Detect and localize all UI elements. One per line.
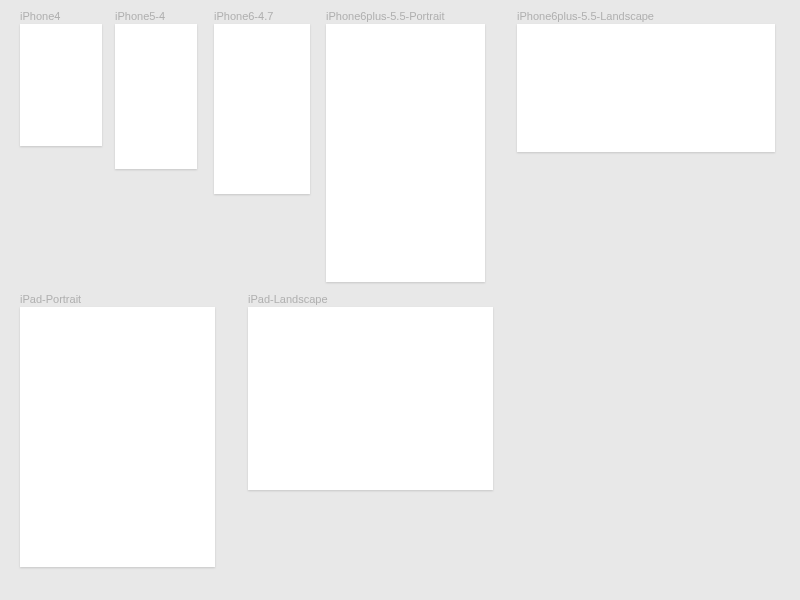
artboard-label: iPad-Portrait bbox=[20, 293, 215, 305]
artboard-label: iPhone4 bbox=[20, 10, 102, 22]
artboard-iphone6-47[interactable]: iPhone6-4.7 bbox=[214, 10, 310, 194]
artboard-label: iPhone6plus-5.5-Landscape bbox=[517, 10, 775, 22]
artboard-canvas[interactable] bbox=[20, 307, 215, 567]
artboard-canvas[interactable] bbox=[248, 307, 493, 490]
artboard-label: iPhone6-4.7 bbox=[214, 10, 310, 22]
artboard-ipad-landscape[interactable]: iPad-Landscape bbox=[248, 293, 493, 490]
artboard-iphone5-4[interactable]: iPhone5-4 bbox=[115, 10, 197, 169]
artboard-label: iPhone6plus-5.5-Portrait bbox=[326, 10, 485, 22]
artboard-iphone4[interactable]: iPhone4 bbox=[20, 10, 102, 146]
artboard-label: iPhone5-4 bbox=[115, 10, 197, 22]
artboard-iphone6plus-55-landscape[interactable]: iPhone6plus-5.5-Landscape bbox=[517, 10, 775, 152]
artboard-canvas[interactable] bbox=[20, 24, 102, 146]
artboard-iphone6plus-55-portrait[interactable]: iPhone6plus-5.5-Portrait bbox=[326, 10, 485, 282]
artboard-canvas[interactable] bbox=[115, 24, 197, 169]
artboard-canvas[interactable] bbox=[326, 24, 485, 282]
artboard-label: iPad-Landscape bbox=[248, 293, 493, 305]
artboard-canvas[interactable] bbox=[517, 24, 775, 152]
artboard-ipad-portrait[interactable]: iPad-Portrait bbox=[20, 293, 215, 567]
artboard-canvas[interactable] bbox=[214, 24, 310, 194]
